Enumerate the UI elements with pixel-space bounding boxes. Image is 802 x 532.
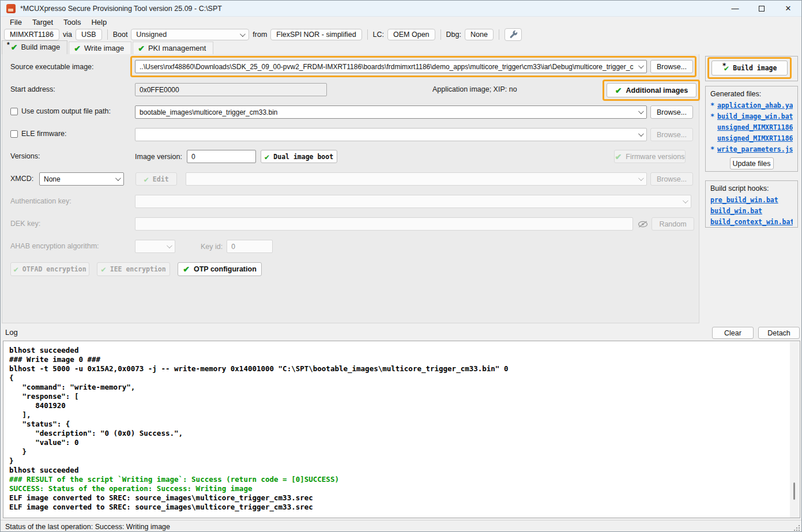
hook-link[interactable]: pre_build_win.bat bbox=[710, 196, 778, 204]
chevron-down-icon[interactable] bbox=[115, 175, 121, 181]
hook-link[interactable]: build_win.bat bbox=[710, 207, 762, 215]
check-icon: ✔ bbox=[615, 86, 622, 95]
xmcd-select[interactable]: None bbox=[39, 172, 124, 186]
firmware-versions-button[interactable]: ✔Firmware versions bbox=[614, 150, 686, 163]
generated-file-row: *write_parameters.json bbox=[710, 144, 793, 154]
maximize-button[interactable] bbox=[748, 1, 775, 16]
log-line: ### RESULT of the script `Writing image`… bbox=[9, 475, 788, 484]
tab-pki-management[interactable]: ✔PKI management bbox=[133, 41, 213, 54]
key-id-input[interactable]: 0 bbox=[227, 240, 273, 253]
boot-type-select[interactable]: Unsigned bbox=[131, 29, 249, 40]
check-icon: ✔ bbox=[101, 265, 106, 273]
log-line: blhost succeeded bbox=[9, 466, 788, 475]
boot-label: Boot bbox=[113, 31, 128, 39]
build-image-button[interactable]: *✔Build image bbox=[711, 61, 788, 76]
source-browse-button[interactable]: Browse... bbox=[650, 60, 693, 73]
custom-output-input[interactable]: bootable_images\multicore_trigger_cm33.b… bbox=[135, 105, 647, 119]
xmcd-browse-button[interactable]: Browse... bbox=[650, 172, 693, 186]
ahab-algorithm-select[interactable] bbox=[135, 240, 175, 253]
ele-firmware-input[interactable] bbox=[135, 128, 647, 141]
ele-firmware-checkbox[interactable] bbox=[10, 130, 18, 138]
log-line: ### Write image 0 ### bbox=[9, 355, 788, 364]
custom-output-label: Use custom output file path: bbox=[21, 107, 111, 115]
file-link[interactable]: write_parameters.json bbox=[717, 145, 793, 153]
modified-asterisk: * bbox=[722, 62, 726, 70]
key-id-label: Key id: bbox=[201, 243, 223, 251]
via-label: via bbox=[63, 31, 72, 39]
log-scrollbar-thumb[interactable] bbox=[793, 482, 795, 500]
window-title: *MCUXpresso Secure Provisioning Tool ver… bbox=[20, 5, 222, 13]
file-link[interactable]: unsigned_MIMXRT1186_fla bbox=[717, 123, 793, 131]
auth-key-select[interactable] bbox=[135, 195, 691, 208]
dek-key-label: DEK key: bbox=[10, 220, 40, 228]
modified-asterisk: * bbox=[710, 145, 715, 153]
boot-device-button[interactable]: FlexSPI NOR - simplified bbox=[270, 29, 362, 40]
check-icon: ✔ bbox=[183, 265, 190, 273]
generated-file-row: unsigned_MIMXRT1186_fla bbox=[710, 122, 793, 132]
status-bar: Status of the last operation: Success: W… bbox=[1, 520, 801, 532]
custom-output-browse-button[interactable]: Browse... bbox=[650, 105, 693, 119]
tab-build-image[interactable]: *✔Build image bbox=[2, 40, 67, 54]
update-files-button[interactable]: Update files bbox=[730, 157, 774, 169]
dek-random-button[interactable]: Random bbox=[652, 217, 694, 231]
connection-button[interactable]: USB bbox=[76, 29, 102, 40]
file-link[interactable]: build_image_win.bat bbox=[717, 112, 793, 120]
log-line: "status": { bbox=[9, 420, 788, 429]
build-hook-row: build_context_win.bat bbox=[710, 217, 793, 227]
dual-image-boot-button[interactable]: ✔Dual image boot bbox=[261, 150, 337, 163]
ele-firmware-browse-button[interactable]: Browse... bbox=[650, 128, 693, 141]
log-line: { bbox=[9, 373, 788, 383]
from-label: from bbox=[253, 31, 267, 39]
status-text: Status of the last operation: Success: W… bbox=[5, 523, 170, 531]
source-image-input[interactable]: ..\Users\nxf48860\Downloads\SDK_25_09_00… bbox=[135, 60, 647, 73]
file-link[interactable]: unsigned_MIMXRT1186_fla bbox=[717, 134, 793, 142]
chevron-down-icon bbox=[167, 243, 172, 248]
life-cycle-button[interactable]: OEM Open bbox=[387, 29, 435, 40]
chevron-down-icon[interactable] bbox=[638, 108, 644, 114]
menu-item-file[interactable]: File bbox=[5, 17, 27, 27]
log-line: "value": 0 bbox=[9, 438, 788, 447]
xmcd-edit-button[interactable]: ✔Edit bbox=[135, 172, 177, 186]
log-output[interactable]: blhost succeeded### Write image 0 ###blh… bbox=[3, 341, 800, 518]
chevron-down-icon[interactable] bbox=[638, 63, 644, 69]
log-line: ], bbox=[9, 410, 788, 420]
log-scrollbar[interactable] bbox=[790, 342, 799, 518]
chevron-down-icon bbox=[683, 198, 688, 203]
chevron-down-icon[interactable] bbox=[638, 131, 644, 137]
close-button[interactable]: ✕ bbox=[775, 1, 801, 16]
log-line: blhost succeeded bbox=[9, 346, 788, 355]
xip-info-label: Application image; XIP: no bbox=[432, 85, 517, 93]
settings-button[interactable] bbox=[504, 28, 522, 41]
iee-encryption-button[interactable]: ✔IEE encryption bbox=[97, 262, 170, 276]
image-version-input[interactable]: 0 bbox=[187, 150, 256, 163]
check-icon: ✔ bbox=[74, 44, 81, 52]
log-line: 8401920 bbox=[9, 401, 788, 410]
log-line: blhost -t 5000 -u 0x15A2,0x0073 -j -- wr… bbox=[9, 364, 788, 373]
log-line: } bbox=[9, 456, 788, 466]
show-password-icon[interactable] bbox=[637, 220, 649, 229]
otfad-encryption-button[interactable]: ✔OTFAD encryption bbox=[10, 262, 89, 276]
start-address-input[interactable]: 0x0FFE0000 bbox=[135, 83, 327, 96]
check-icon: ✔ bbox=[138, 44, 145, 52]
debugger-button[interactable]: None bbox=[465, 29, 494, 40]
generated-files-panel: Generated files: *application_ahab.yaml*… bbox=[705, 86, 798, 172]
log-clear-button[interactable]: Clear bbox=[712, 327, 754, 339]
dek-key-input[interactable] bbox=[135, 217, 633, 231]
processor-button[interactable]: MIMXRT1186 bbox=[4, 29, 59, 40]
check-icon: ✔ bbox=[13, 265, 18, 273]
additional-images-button[interactable]: ✔Additional images bbox=[607, 83, 696, 97]
menu-item-help[interactable]: Help bbox=[86, 17, 111, 27]
file-link[interactable]: application_ahab.yaml bbox=[717, 101, 793, 110]
resize-grip[interactable] bbox=[793, 525, 800, 531]
source-image-label: Source executable image: bbox=[10, 63, 94, 71]
menu-item-tools[interactable]: Tools bbox=[59, 17, 85, 27]
otp-configuration-button[interactable]: ✔OTP configuration bbox=[178, 262, 262, 276]
hook-link[interactable]: build_context_win.bat bbox=[710, 218, 793, 226]
minimize-button[interactable]: ― bbox=[722, 1, 748, 16]
tab-write-image[interactable]: ✔Write image bbox=[69, 41, 131, 54]
menu-item-target[interactable]: Target bbox=[28, 17, 58, 27]
xmcd-path-input[interactable] bbox=[186, 172, 647, 186]
custom-output-checkbox[interactable] bbox=[10, 108, 18, 115]
build-script-hooks-panel: Build script hooks: pre_build_win.batbui… bbox=[705, 180, 798, 228]
log-detach-button[interactable]: Detach bbox=[758, 327, 800, 339]
